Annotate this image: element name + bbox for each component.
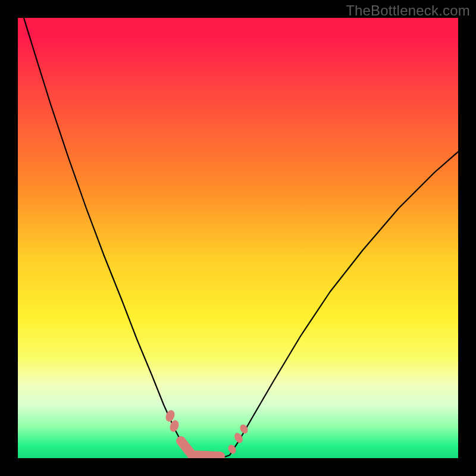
watermark-text: TheBottleneck.com <box>346 2 470 19</box>
outer-frame: TheBottleneck.com <box>0 0 476 476</box>
bottleneck-curve-svg <box>18 18 458 458</box>
bottleneck-curve <box>24 18 458 458</box>
data-marker <box>192 455 220 456</box>
plot-area <box>18 18 458 458</box>
